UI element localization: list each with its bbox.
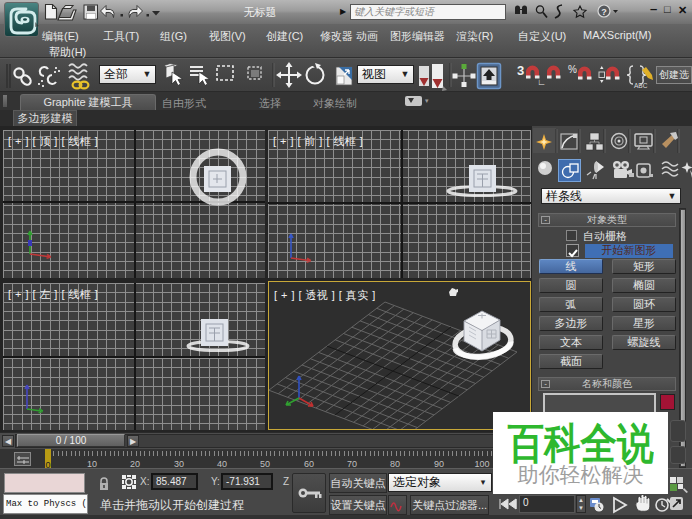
svg-text:100: 100	[474, 459, 489, 469]
svg-text:20: 20	[130, 459, 140, 469]
svg-text:90: 90	[434, 459, 444, 469]
svg-text:∟: ∟	[537, 77, 546, 87]
svg-text:%: %	[568, 64, 577, 75]
svg-text:40: 40	[217, 459, 227, 469]
svg-text:3: 3	[517, 63, 524, 78]
svg-text:30: 30	[174, 459, 184, 469]
svg-text:50: 50	[260, 459, 270, 469]
svg-text:70: 70	[347, 459, 357, 469]
svg-text:60: 60	[304, 459, 314, 469]
svg-text:80: 80	[390, 459, 400, 469]
svg-text:ABC: ABC	[634, 82, 648, 89]
svg-text:?: ?	[601, 7, 607, 17]
svg-text:10: 10	[87, 459, 97, 469]
